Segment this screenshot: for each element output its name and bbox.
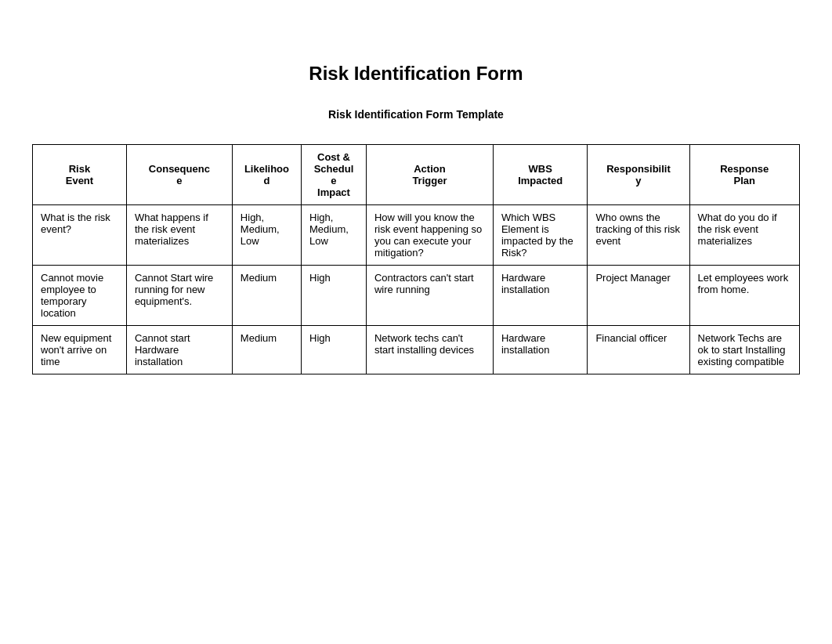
row2-consequence: Cannot start Hardware installation xyxy=(126,326,232,374)
table-row: Cannot movie employee to temporary locat… xyxy=(33,266,800,326)
page-subtitle: Risk Identification Form Template xyxy=(32,108,800,121)
row1-consequence: Cannot Start wire running for new equipm… xyxy=(126,266,232,326)
guide-responsibility: Who owns the tracking of this risk event xyxy=(588,205,689,266)
row2-cost-schedule: High xyxy=(302,326,367,374)
row2-responsibility: Financial officer xyxy=(588,326,689,374)
col-header-action-trigger: ActionTrigger xyxy=(366,145,493,205)
col-header-likelihood: Likelihood xyxy=(232,145,301,205)
row1-action-trigger: Contractors can't start wire running xyxy=(366,266,493,326)
col-header-wbs: WBSImpacted xyxy=(493,145,587,205)
guide-response-plan: What do you do if the risk event materia… xyxy=(689,205,799,266)
guide-row: What is the risk event? What happens if … xyxy=(33,205,800,266)
row1-response-plan: Let employees work from home. xyxy=(689,266,799,326)
col-header-risk-event: RiskEvent xyxy=(33,145,127,205)
guide-wbs: Which WBS Element is impacted by the Ris… xyxy=(493,205,587,266)
risk-identification-table: RiskEvent Consequence Likelihood Cost &S… xyxy=(32,144,800,374)
row1-responsibility: Project Manager xyxy=(588,266,689,326)
guide-action-trigger: How will you know the risk event happeni… xyxy=(366,205,493,266)
col-header-response-plan: ResponsePlan xyxy=(689,145,799,205)
row2-likelihood: Medium xyxy=(232,326,301,374)
row2-wbs: Hardware installation xyxy=(493,326,587,374)
row2-response-plan: Network Techs are ok to start Installing… xyxy=(689,326,799,374)
col-header-cost-schedule: Cost &ScheduleImpact xyxy=(302,145,367,205)
row1-likelihood: Medium xyxy=(232,266,301,326)
guide-risk-event: What is the risk event? xyxy=(33,205,127,266)
row1-risk-event: Cannot movie employee to temporary locat… xyxy=(33,266,127,326)
row1-cost-schedule: High xyxy=(302,266,367,326)
page-title: Risk Identification Form xyxy=(32,63,800,85)
row2-action-trigger: Network techs can't start installing dev… xyxy=(366,326,493,374)
col-header-consequence: Consequence xyxy=(126,145,232,205)
guide-likelihood: High, Medium, Low xyxy=(232,205,301,266)
row2-risk-event: New equipment won't arrive on time xyxy=(33,326,127,374)
table-row: New equipment won't arrive on time Canno… xyxy=(33,326,800,374)
guide-consequence: What happens if the risk event materiali… xyxy=(126,205,232,266)
guide-cost-schedule: High, Medium, Low xyxy=(302,205,367,266)
col-header-responsibility: Responsibility xyxy=(588,145,689,205)
row1-wbs: Hardware installation xyxy=(493,266,587,326)
